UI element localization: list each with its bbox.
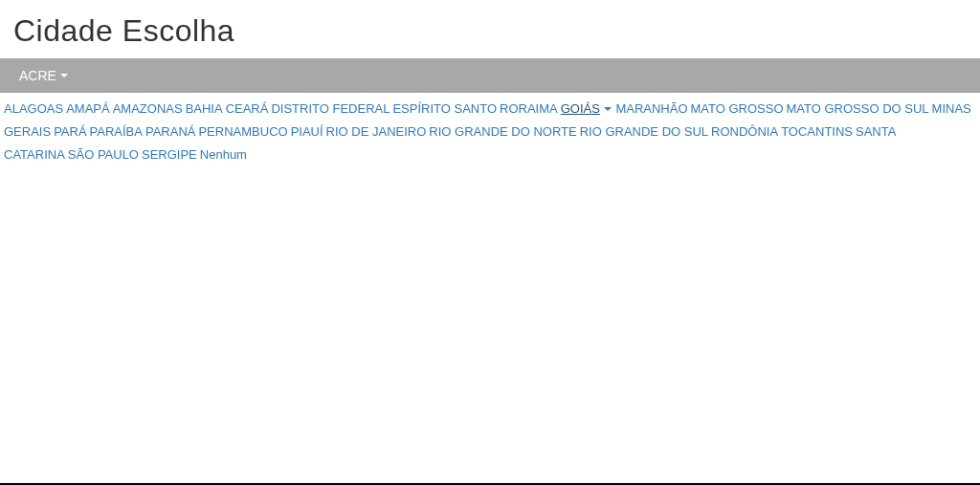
acre-dropdown-label: ACRE <box>19 68 56 83</box>
acre-dropdown[interactable]: ACRE <box>19 68 68 83</box>
state-link[interactable]: RIO GRANDE DO SUL <box>580 124 708 139</box>
state-link[interactable]: ESPÍRITO SANTO <box>392 101 497 116</box>
state-link[interactable]: DISTRITO FEDERAL <box>271 101 390 116</box>
chevron-down-icon <box>60 74 68 77</box>
state-link[interactable]: GOIÁS <box>561 101 600 116</box>
state-link[interactable]: AMAZONAS <box>113 101 183 116</box>
state-link[interactable]: Nenhum <box>200 147 247 162</box>
page-title: Cidade Escolha <box>0 0 980 58</box>
state-link[interactable]: CEARÁ <box>226 101 269 116</box>
state-link[interactable]: PIAUÍ <box>291 124 323 139</box>
state-link[interactable]: SERGIPE <box>142 147 197 162</box>
states-list: ALAGOASAMAPÁAMAZONASBAHIACEARÁDISTRITO F… <box>0 93 980 169</box>
state-link[interactable]: PARAÍBA <box>90 124 143 139</box>
state-link[interactable]: TOCANTINS <box>781 124 853 139</box>
state-link[interactable]: RIO GRANDE DO NORTE <box>429 124 576 139</box>
state-link[interactable]: MATO GROSSO DO SUL <box>787 101 929 116</box>
chevron-down-icon <box>604 107 612 111</box>
primary-state-bar: ACRE <box>0 58 980 93</box>
state-link[interactable]: PARÁ <box>54 124 86 139</box>
state-link[interactable]: ALAGOAS <box>4 101 63 116</box>
state-link[interactable]: RIO DE JANEIRO <box>326 124 427 139</box>
state-link[interactable]: AMAPÁ <box>66 101 110 116</box>
state-link[interactable]: PERNAMBUCO <box>198 124 287 139</box>
state-link[interactable]: RONDÔNIA <box>711 124 778 139</box>
state-link[interactable]: BAHIA <box>186 101 223 116</box>
state-link[interactable]: RORAIMA <box>500 101 558 116</box>
state-link[interactable]: SÃO PAULO <box>68 147 139 162</box>
state-link[interactable]: MATO GROSSO <box>691 101 784 116</box>
state-link[interactable]: PARANÁ <box>145 124 196 139</box>
state-link[interactable]: MARANHÃO <box>615 101 687 116</box>
